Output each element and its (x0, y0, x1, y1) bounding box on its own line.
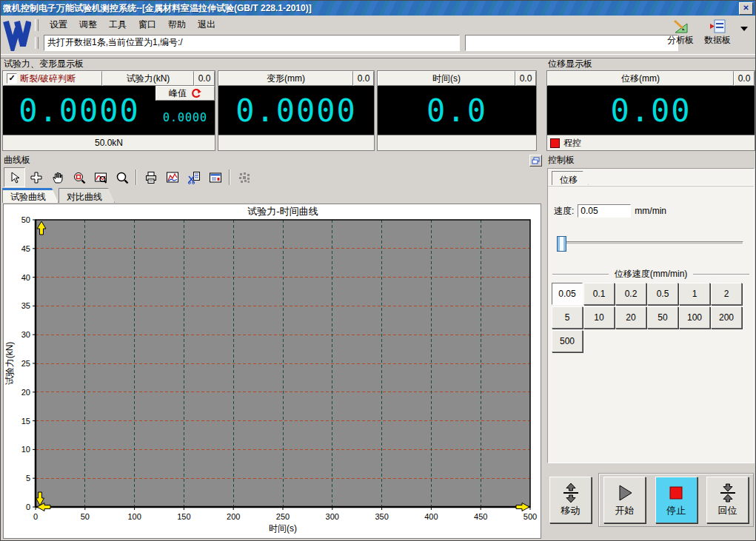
displacement-header-button[interactable]: 位移(mm) (547, 71, 734, 86)
data-board-button[interactable]: 数据板 (700, 19, 735, 47)
speed-input[interactable] (578, 204, 631, 218)
data-board-label: 数据板 (704, 34, 731, 47)
speed-option-500[interactable]: 500 (552, 330, 583, 352)
displacement-lcd-value: 0.00 (547, 86, 755, 135)
toolbar-dropdown-arrow-icon[interactable] (740, 27, 748, 31)
menu-bar: 设置调整工具窗口帮助退出 (35, 17, 221, 33)
speed-option-0-5[interactable]: 0.5 (647, 283, 678, 305)
print-button[interactable] (140, 167, 161, 187)
peak-label: 峰值 (169, 87, 187, 100)
stop-button[interactable]: 停止 (655, 477, 698, 523)
force-corner-value: 0.0 (194, 71, 215, 86)
svg-text:400: 400 (424, 512, 438, 521)
svg-text:250: 250 (276, 512, 290, 521)
crosshair-tool-button[interactable] (25, 167, 47, 187)
zoom-curve-tool-button[interactable] (90, 167, 111, 187)
speed-option-1[interactable]: 1 (679, 283, 710, 305)
deform-footer (218, 135, 374, 150)
svg-text:25: 25 (21, 359, 30, 368)
speed-slider-track[interactable] (557, 241, 743, 245)
menu-item-settings[interactable]: 设置 (44, 17, 73, 33)
time-unit: 时间(s) 0.0 0.0 (377, 70, 537, 151)
pan-tool-button[interactable] (47, 167, 68, 187)
speed-option-0-1[interactable]: 0.1 (583, 283, 615, 305)
speed-option-0-2[interactable]: 0.2 (615, 283, 646, 305)
displacement-display-panel: 位移显示板 位移(mm) 0.0 0.00 程控 (546, 58, 755, 153)
speed-slider-handle[interactable] (557, 236, 566, 252)
printer-icon (144, 171, 158, 184)
fracture-check-cell[interactable]: ✓ 断裂/破碎判断 (3, 71, 102, 86)
menu-item-exit[interactable]: 退出 (192, 17, 221, 33)
move-button-label: 移动 (561, 504, 581, 517)
zoom-tool-button[interactable] (111, 167, 133, 187)
speed-option-200[interactable]: 200 (711, 306, 742, 329)
force-display-panel: 试验力、变形显示板 ✓ 断裂/破碎判断 试验力(kN) 0.0 0.0000 (2, 58, 543, 153)
deform-corner-value: 0.0 (353, 71, 374, 86)
status-field: 共打开数据1条,当前位置为1,编号:/ (44, 35, 460, 51)
speed-option-0-05[interactable]: 0.05 (552, 283, 583, 305)
chart-area[interactable]: 0510152025303540455005010015020025030035… (3, 204, 541, 539)
curve-tabs: 试验曲线 对比曲线 (2, 187, 543, 203)
speed-group-legend: 位移速度(mm/min) (552, 268, 749, 280)
svg-text:0: 0 (26, 503, 30, 511)
tab-test-curve[interactable]: 试验曲线 (2, 188, 58, 203)
move-button[interactable]: 移动 (549, 477, 592, 523)
force-unit: ✓ 断裂/破碎判断 试验力(kN) 0.0 0.0000 峰值 (2, 70, 215, 151)
cursor-tool-button[interactable] (4, 167, 25, 187)
speed-unit-label: mm/min (635, 206, 666, 216)
svg-text:45: 45 (21, 244, 30, 253)
svg-text:40: 40 (21, 273, 30, 282)
peak-reset-button[interactable]: 峰值 (155, 86, 215, 101)
svg-text:50: 50 (21, 215, 30, 224)
menu-item-adjust[interactable]: 调整 (73, 17, 103, 33)
toolbar-separator (229, 169, 230, 185)
peak-lcd-value: 0.0000 (155, 101, 215, 135)
curve-panel: 曲线板 (2, 155, 543, 540)
speed-option-20[interactable]: 20 (615, 306, 646, 329)
displacement-corner-value: 0.0 (734, 71, 755, 86)
settings-pattern-icon (238, 171, 251, 184)
app-window: 微机控制电子万能试验机测控系统--[金属材料室温拉伸试验(GB/T 228.1-… (0, 0, 756, 541)
menu-item-window[interactable]: 窗口 (133, 17, 162, 33)
svg-text:300: 300 (326, 512, 339, 521)
motion-buttons: 移动 开始 停止 (549, 471, 754, 528)
analysis-board-button[interactable]: 分析板 (663, 19, 698, 47)
zoom-region-icon (73, 171, 86, 184)
force-header-button[interactable]: 试验力(kN) (102, 71, 194, 86)
close-button[interactable]: ✕ (739, 2, 753, 15)
deform-header-button[interactable]: 变形(mm) (218, 71, 353, 86)
speed-option-10[interactable]: 10 (583, 306, 615, 329)
tab-compare-curve[interactable]: 对比曲线 (58, 188, 115, 203)
restore-window-icon (532, 157, 540, 164)
time-header-button[interactable]: 时间(s) (378, 71, 515, 86)
fracture-checkbox[interactable]: ✓ (7, 73, 17, 84)
snip-export-button[interactable] (183, 167, 204, 187)
cursor-icon (8, 171, 21, 184)
speed-option-5[interactable]: 5 (552, 306, 583, 329)
svg-text:100: 100 (127, 512, 141, 521)
zoom-region-tool-button[interactable] (68, 167, 90, 187)
curve-restore-button[interactable] (529, 155, 542, 167)
force-time-chart: 0510152025303540455005010015020025030035… (4, 204, 541, 539)
menu-item-help[interactable]: 帮助 (162, 17, 192, 33)
control-inner-panel: 位移 速度: mm/min 位移速度(mm/min) 0.050.10 (547, 168, 755, 463)
aux-field (465, 35, 678, 51)
pattern-tool-button[interactable] (233, 167, 255, 187)
return-button[interactable]: 回位 (706, 477, 749, 523)
start-button[interactable]: 开始 (603, 477, 646, 523)
speed-label: 速度: (554, 205, 574, 218)
time-footer (378, 135, 536, 150)
deform-unit: 变形(mm) 0.0 0.0000 (218, 70, 375, 151)
speed-option-2[interactable]: 2 (711, 283, 742, 305)
svg-text:10: 10 (21, 445, 30, 454)
speed-option-50[interactable]: 50 (647, 306, 678, 329)
tab-displacement-control[interactable]: 位移 (552, 171, 589, 186)
main-area: 试验力、变形显示板 ✓ 断裂/破碎判断 试验力(kN) 0.0 0.0000 (1, 57, 755, 540)
speed-option-100[interactable]: 100 (679, 306, 710, 329)
force-range-label: 50.0kN (3, 135, 215, 150)
curve-settings-button[interactable] (161, 167, 183, 187)
data-window-button[interactable] (204, 167, 226, 187)
zoom-curve-icon (94, 171, 107, 184)
peak-refresh-icon[interactable] (191, 88, 201, 98)
menu-item-tools[interactable]: 工具 (103, 17, 133, 33)
